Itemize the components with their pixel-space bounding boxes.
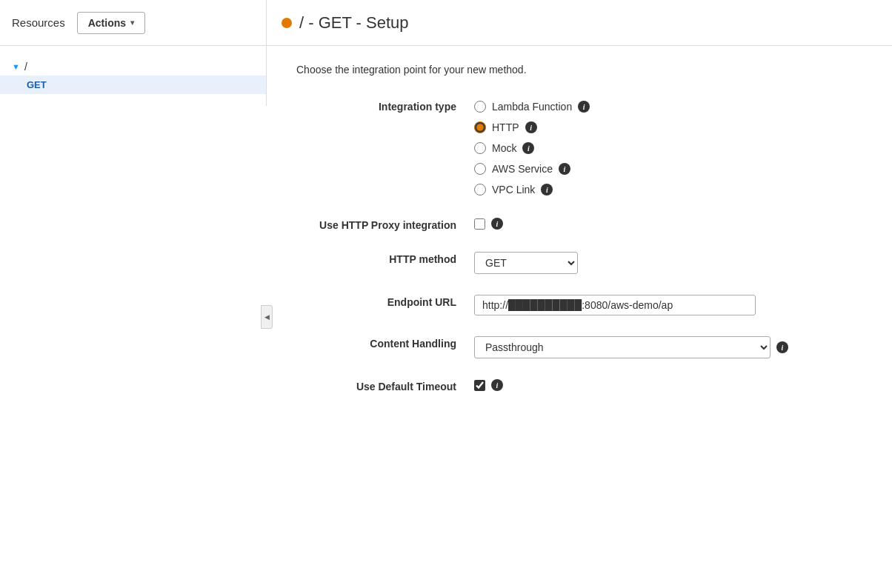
tree-root-label: / (24, 61, 27, 73)
actions-button[interactable]: Actions ▾ (77, 12, 145, 34)
info-lambda-icon[interactable]: i (578, 101, 590, 113)
info-http-proxy-icon[interactable]: i (491, 218, 503, 230)
chevron-down-icon: ▾ (130, 19, 134, 27)
default-timeout-label: Use Default Timeout (296, 379, 474, 392)
radio-lambda-label: Lambda Function (492, 101, 572, 113)
tree-root-item[interactable]: ▼ / (0, 58, 266, 76)
sidebar-wrapper: ▼ / GET ◀ (0, 46, 267, 588)
radio-vpc-label: VPC Link (492, 184, 535, 196)
top-bar: Resources Actions ▾ / - GET - Setup (0, 0, 892, 46)
http-method-label: HTTP method (296, 252, 474, 265)
top-bar-right: / - GET - Setup (267, 0, 892, 45)
tree-child-label: GET (27, 79, 47, 90)
default-timeout-control: i (474, 379, 503, 391)
http-method-control: GET POST PUT DELETE PATCH HEAD OPTIONS A… (474, 252, 578, 274)
content-handling-control: Passthrough Convert to binary Convert to… (474, 336, 788, 358)
default-timeout-row: Use Default Timeout i (296, 379, 862, 392)
http-proxy-checkbox[interactable] (474, 218, 485, 230)
page-title: / - GET - Setup (299, 13, 409, 33)
content-description: Choose the integration point for your ne… (296, 64, 862, 76)
info-content-handling-icon[interactable]: i (776, 341, 788, 353)
radio-mock-label: Mock (492, 142, 516, 154)
info-http-icon[interactable]: i (525, 121, 537, 133)
tree-child-get[interactable]: GET (0, 76, 266, 94)
status-dot-icon (282, 18, 292, 28)
radio-aws-label: AWS Service (492, 163, 553, 175)
http-proxy-label: Use HTTP Proxy integration (296, 218, 474, 231)
tree-expand-icon: ▼ (12, 62, 20, 71)
actions-button-label: Actions (88, 17, 126, 29)
info-aws-icon[interactable]: i (559, 163, 570, 175)
main-layout: ▼ / GET ◀ Choose the integration point f… (0, 46, 892, 588)
radio-option-http[interactable]: HTTP i (474, 120, 590, 135)
endpoint-url-input[interactable] (474, 295, 756, 315)
sidebar-collapse-button[interactable]: ◀ (261, 305, 273, 329)
default-timeout-checkbox[interactable] (474, 380, 485, 391)
http-proxy-row: Use HTTP Proxy integration i (296, 218, 862, 231)
collapse-arrow-icon: ◀ (264, 313, 270, 321)
content-handling-select[interactable]: Passthrough Convert to binary Convert to… (474, 336, 770, 358)
radio-lambda[interactable] (474, 101, 486, 113)
http-method-select[interactable]: GET POST PUT DELETE PATCH HEAD OPTIONS A… (474, 252, 578, 274)
http-proxy-control: i (474, 218, 503, 230)
integration-type-row: Integration type Lambda Function i HTTP … (296, 99, 862, 197)
radio-vpc[interactable] (474, 184, 486, 196)
info-mock-icon[interactable]: i (522, 142, 534, 154)
top-bar-left: Resources Actions ▾ (0, 0, 267, 45)
endpoint-url-control (474, 295, 756, 315)
content-handling-label: Content Handling (296, 336, 474, 350)
integration-type-label: Integration type (296, 99, 474, 113)
form-section: Integration type Lambda Function i HTTP … (296, 99, 862, 392)
resources-label: Resources (12, 16, 65, 29)
endpoint-url-label: Endpoint URL (296, 295, 474, 308)
endpoint-url-row: Endpoint URL (296, 295, 862, 315)
content-handling-row: Content Handling Passthrough Convert to … (296, 336, 862, 358)
info-vpc-icon[interactable]: i (541, 184, 553, 196)
http-method-row: HTTP method GET POST PUT DELETE PATCH HE… (296, 252, 862, 274)
radio-option-vpc[interactable]: VPC Link i (474, 182, 590, 197)
radio-http-label: HTTP (492, 121, 519, 133)
integration-type-options: Lambda Function i HTTP i Mock i (474, 99, 590, 197)
radio-option-mock[interactable]: Mock i (474, 141, 590, 156)
sidebar: ▼ / GET (0, 46, 267, 106)
radio-mock[interactable] (474, 142, 486, 154)
radio-option-lambda[interactable]: Lambda Function i (474, 99, 590, 114)
radio-http[interactable] (474, 121, 486, 133)
content-area: Choose the integration point for your ne… (267, 46, 892, 588)
radio-aws[interactable] (474, 163, 486, 175)
info-default-timeout-icon[interactable]: i (491, 379, 503, 391)
radio-option-aws[interactable]: AWS Service i (474, 161, 590, 176)
